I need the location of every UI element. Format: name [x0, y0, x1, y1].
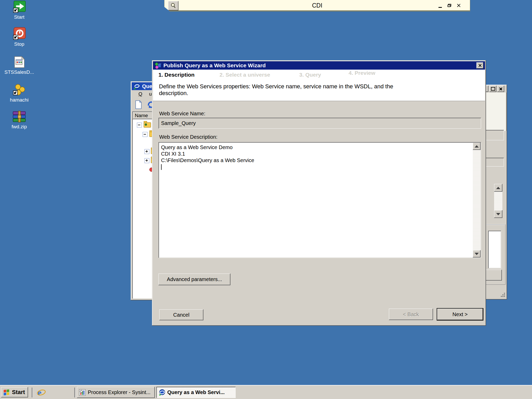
- tree-expand-toggle[interactable]: [144, 158, 149, 163]
- arrow-up-icon: [496, 187, 500, 189]
- scroll-up-button[interactable]: [473, 143, 481, 150]
- desktop-icon-fwd-zip[interactable]: fwd.zip: [2, 110, 37, 130]
- start-button-label: Start: [12, 389, 25, 396]
- description-scrollbar[interactable]: [473, 143, 481, 257]
- qaws-app-icon: [158, 389, 165, 396]
- new-document-icon[interactable]: [135, 100, 142, 109]
- cdi-window-title: CDI: [164, 2, 470, 9]
- text-field-end[interactable]: [485, 158, 504, 167]
- wizard-close-button[interactable]: [476, 62, 483, 69]
- desktop: Start Stop ST: [0, 0, 532, 399]
- hamachi-shortcut-icon: [2, 83, 37, 96]
- toolbar-strip: [485, 92, 507, 131]
- document-icon: [2, 56, 37, 68]
- tree-collapse-toggle[interactable]: [143, 132, 148, 137]
- resize-grip[interactable]: [501, 293, 506, 297]
- wizard-intro-text: Define the Web Services properties: Web …: [159, 83, 393, 97]
- qaws-window-title: Que: [142, 83, 152, 89]
- restore-icon: [491, 87, 495, 91]
- desktop-icon-stop[interactable]: Stop: [2, 28, 37, 47]
- scrollbar-track[interactable]: [473, 150, 481, 250]
- step-select-universe: 2. Select a universe: [220, 72, 270, 78]
- minimize-icon[interactable]: [438, 7, 442, 8]
- cancel-button[interactable]: Cancel: [159, 309, 203, 320]
- desktop-icon-label: Stop: [2, 41, 37, 47]
- tree-expand-toggle[interactable]: [144, 149, 149, 154]
- tree-collapse-toggle[interactable]: [137, 123, 142, 128]
- wizard-app-icon: [155, 62, 161, 69]
- wizard-title-bar[interactable]: Publish Query as a Web Service Wizard: [153, 61, 485, 70]
- advanced-parameters-button[interactable]: Advanced parameters...: [158, 274, 230, 285]
- step-query: 3. Query: [299, 72, 321, 78]
- text-field-end[interactable]: [485, 130, 504, 140]
- desktop-icon-label: hamachi: [2, 97, 37, 103]
- cdi-window-title-bar[interactable]: CDI: [164, 0, 470, 11]
- description-text: Query as a Web Service Demo CDI XI 3.1 C…: [161, 144, 254, 170]
- background-window-right: [485, 85, 507, 300]
- arrow-down-icon: [475, 253, 479, 255]
- internet-explorer-icon: e: [37, 388, 46, 397]
- wizard-step-header: 1. Description 2. Select a universe 3. Q…: [153, 70, 485, 101]
- scrollbar-track[interactable]: [494, 192, 502, 210]
- desktop-icon-label: Start: [2, 14, 37, 20]
- close-icon: [499, 87, 502, 90]
- start-button[interactable]: Start: [1, 387, 28, 397]
- vertical-scrollbar[interactable]: [494, 184, 502, 218]
- start-shortcut-icon: [2, 1, 37, 13]
- task-label: Process Explorer - Sysint...: [88, 389, 150, 395]
- next-button[interactable]: Next >: [437, 308, 483, 321]
- web-service-name-label: Web Service Name:: [159, 111, 205, 117]
- process-explorer-icon: [79, 389, 86, 396]
- desktop-icon-stssalesd[interactable]: STSSalesD...: [2, 56, 37, 75]
- arrow-down-icon: [496, 213, 500, 215]
- desktop-icon-label: STSSalesD...: [2, 69, 37, 75]
- task-label: Query as a Web Servi...: [167, 389, 225, 395]
- scroll-up-button[interactable]: [494, 184, 502, 192]
- back-button[interactable]: < Back: [389, 309, 433, 320]
- arrow-up-icon: [475, 145, 479, 148]
- close-icon[interactable]: [457, 4, 461, 7]
- preview-box: [488, 231, 501, 268]
- web-service-name-field[interactable]: [158, 118, 481, 129]
- close-icon: [478, 64, 482, 67]
- winrar-archive-icon: [2, 110, 37, 123]
- taskbar-divider: [32, 388, 33, 397]
- web-service-description-label: Web Service Description:: [159, 134, 217, 140]
- publish-wizard-dialog: Publish Query as a Web Service Wizard 1.…: [152, 60, 486, 326]
- svg-text:e: e: [38, 388, 42, 397]
- restore-icon[interactable]: [448, 4, 451, 7]
- step-preview: 4. Preview: [349, 70, 375, 76]
- text-caret: [161, 164, 162, 170]
- wizard-title: Publish Query as a Web Service Wizard: [163, 62, 266, 69]
- step-description: 1. Description: [158, 72, 195, 78]
- task-query-as-web-service[interactable]: Query as a Web Servi...: [156, 387, 236, 398]
- internet-explorer-quicklaunch[interactable]: e: [36, 387, 47, 398]
- desktop-icon-label: fwd.zip: [2, 124, 37, 130]
- web-service-name-input[interactable]: [161, 119, 478, 128]
- restore-button[interactable]: [489, 86, 496, 92]
- scroll-down-button[interactable]: [473, 250, 481, 257]
- web-service-description-textarea[interactable]: Query as a Web Service Demo CDI XI 3.1 C…: [158, 142, 481, 258]
- task-process-explorer[interactable]: Process Explorer - Sysint...: [77, 387, 155, 398]
- taskbar: Start e Process Explorer - Sysint...: [0, 385, 532, 399]
- taskbar-divider: [74, 388, 75, 397]
- qaws-app-icon: [133, 83, 140, 90]
- close-button[interactable]: [497, 86, 504, 92]
- button-end[interactable]: [485, 270, 502, 281]
- windows-logo-icon: [3, 389, 10, 396]
- scroll-down-button[interactable]: [494, 210, 502, 218]
- folder-icon[interactable]: [144, 122, 151, 128]
- desktop-icon-start[interactable]: Start: [2, 1, 37, 20]
- stop-shortcut-icon: [2, 28, 37, 40]
- desktop-icon-hamachi[interactable]: hamachi: [2, 83, 37, 103]
